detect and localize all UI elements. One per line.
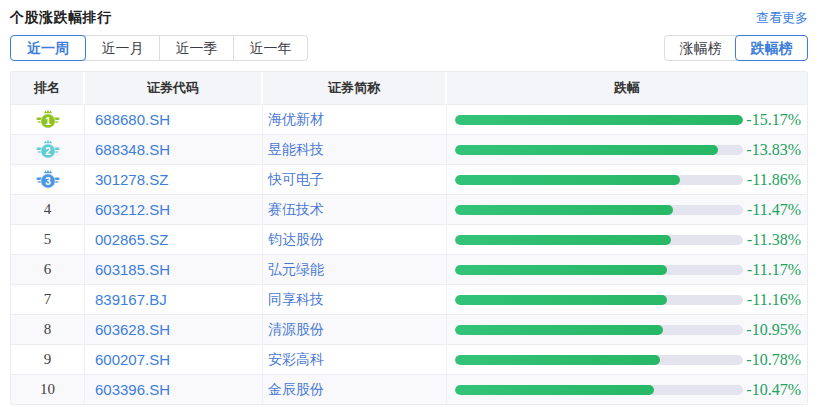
- rank-cell: 6: [11, 255, 85, 284]
- stock-code-link[interactable]: 603396.SH: [95, 381, 170, 398]
- table-row[interactable]: 7 839167.BJ 同享科技 -11.16%: [11, 284, 807, 314]
- tab-period-quarter[interactable]: 近一季: [159, 36, 233, 60]
- stock-code-link[interactable]: 688348.SH: [95, 141, 170, 158]
- table-row[interactable]: 9 600207.SH 安彩高科 -10.78%: [11, 344, 807, 374]
- tab-period-year[interactable]: 近一年: [233, 36, 307, 60]
- stock-code-link[interactable]: 688680.SH: [95, 111, 170, 128]
- rank-number: 8: [44, 321, 52, 338]
- table-row[interactable]: 6 603185.SH 弘元绿能 -11.17%: [11, 254, 807, 284]
- decline-bar-track: [455, 325, 743, 335]
- tab-period-month[interactable]: 近一月: [85, 36, 159, 60]
- name-cell: 赛伍技术: [263, 195, 447, 224]
- stock-code-link[interactable]: 603628.SH: [95, 321, 170, 338]
- ranking-table: 排名 证券代码 证券简称 跌幅 1 688680.SH 海优新材 -15.17%…: [10, 71, 808, 405]
- rank-number: 4: [44, 201, 52, 218]
- code-cell: 301278.SZ: [85, 165, 263, 194]
- tab-board-gainers[interactable]: 涨幅榜: [665, 36, 736, 60]
- decline-bar-track: [455, 175, 743, 185]
- stock-name-link[interactable]: 钧达股份: [268, 231, 324, 249]
- stock-name-link[interactable]: 金辰股份: [268, 381, 324, 399]
- table-row[interactable]: 5 002865.SZ 钧达股份 -11.38%: [11, 224, 807, 254]
- name-cell: 钧达股份: [263, 225, 447, 254]
- table-header-row: 排名 证券代码 证券简称 跌幅: [11, 72, 807, 104]
- stock-code-link[interactable]: 603212.SH: [95, 201, 170, 218]
- title-row: 个股涨跌幅排行 查看更多: [10, 8, 808, 27]
- stock-code-link[interactable]: 603185.SH: [95, 261, 170, 278]
- rank-cell: 2: [11, 135, 85, 164]
- stock-code-link[interactable]: 002865.SZ: [95, 231, 168, 248]
- stock-ranking-widget: 个股涨跌幅排行 查看更多 近一周近一月近一季近一年 涨幅榜跌幅榜 排名 证券代码…: [0, 0, 818, 405]
- table-row[interactable]: 3 301278.SZ 快可电子 -11.86%: [11, 164, 807, 194]
- change-cell: -13.83%: [447, 135, 807, 164]
- rank-number: 10: [40, 381, 55, 398]
- decline-bar-fill: [455, 145, 718, 155]
- rank-number: 6: [44, 261, 52, 278]
- tab-period-week[interactable]: 近一周: [10, 35, 86, 61]
- code-cell: 603628.SH: [85, 315, 263, 344]
- name-cell: 安彩高科: [263, 345, 447, 374]
- tab-board-losers[interactable]: 跌幅榜: [735, 35, 808, 61]
- stock-name-link[interactable]: 昱能科技: [268, 141, 324, 159]
- stock-name-link[interactable]: 海优新材: [268, 111, 324, 129]
- decline-bar-fill: [455, 265, 667, 275]
- column-header-rank: 排名: [11, 72, 85, 104]
- decline-bar-fill: [455, 205, 673, 215]
- svg-text:3: 3: [45, 176, 51, 187]
- stock-code-link[interactable]: 600207.SH: [95, 351, 170, 368]
- rank-cell: 9: [11, 345, 85, 374]
- rank-number: 7: [44, 291, 52, 308]
- table-row[interactable]: 2 688348.SH 昱能科技 -13.83%: [11, 134, 807, 164]
- change-cell: -10.47%: [447, 375, 807, 404]
- decline-bar-fill: [455, 355, 660, 365]
- table-row[interactable]: 1 688680.SH 海优新材 -15.17%: [11, 104, 807, 134]
- decline-percent: -13.83%: [743, 141, 801, 159]
- decline-percent: -11.38%: [743, 231, 801, 249]
- change-cell: -10.78%: [447, 345, 807, 374]
- column-header-name: 证券简称: [263, 72, 447, 104]
- stock-name-link[interactable]: 安彩高科: [268, 351, 324, 369]
- column-header-change: 跌幅: [447, 72, 807, 104]
- svg-text:2: 2: [45, 146, 51, 157]
- decline-percent: -11.47%: [743, 201, 801, 219]
- name-cell: 快可电子: [263, 165, 447, 194]
- decline-bar-fill: [455, 385, 654, 395]
- rank-2-medal-icon: 2: [36, 139, 60, 160]
- rank-cell: 1: [11, 105, 85, 134]
- stock-name-link[interactable]: 清源股份: [268, 321, 324, 339]
- tabs-row: 近一周近一月近一季近一年 涨幅榜跌幅榜: [10, 35, 808, 61]
- change-cell: -11.47%: [447, 195, 807, 224]
- stock-name-link[interactable]: 快可电子: [268, 171, 324, 189]
- code-cell: 839167.BJ: [85, 285, 263, 314]
- decline-percent: -10.47%: [743, 381, 801, 399]
- stock-code-link[interactable]: 301278.SZ: [95, 171, 168, 188]
- table-row[interactable]: 8 603628.SH 清源股份 -10.95%: [11, 314, 807, 344]
- stock-name-link[interactable]: 同享科技: [268, 291, 324, 309]
- code-cell: 688680.SH: [85, 105, 263, 134]
- column-header-code: 证券代码: [85, 72, 263, 104]
- change-cell: -11.17%: [447, 255, 807, 284]
- table-row[interactable]: 4 603212.SH 赛伍技术 -11.47%: [11, 194, 807, 224]
- decline-percent: -10.95%: [743, 321, 801, 339]
- decline-bar-fill: [455, 325, 663, 335]
- stock-name-link[interactable]: 弘元绿能: [268, 261, 324, 279]
- name-cell: 昱能科技: [263, 135, 447, 164]
- code-cell: 603396.SH: [85, 375, 263, 404]
- decline-bar-track: [455, 115, 743, 125]
- page-title: 个股涨跌幅排行: [10, 9, 112, 27]
- name-cell: 海优新材: [263, 105, 447, 134]
- stock-code-link[interactable]: 839167.BJ: [95, 291, 167, 308]
- code-cell: 688348.SH: [85, 135, 263, 164]
- decline-bar-track: [455, 235, 743, 245]
- view-more-link[interactable]: 查看更多: [756, 9, 808, 27]
- code-cell: 603185.SH: [85, 255, 263, 284]
- decline-bar-track: [455, 385, 743, 395]
- stock-name-link[interactable]: 赛伍技术: [268, 201, 324, 219]
- table-row[interactable]: 10 603396.SH 金辰股份 -10.47%: [11, 374, 807, 404]
- change-cell: -10.95%: [447, 315, 807, 344]
- decline-percent: -11.17%: [743, 261, 801, 279]
- name-cell: 弘元绿能: [263, 255, 447, 284]
- decline-percent: -10.78%: [743, 351, 801, 369]
- rank-number: 5: [44, 231, 52, 248]
- decline-percent: -11.16%: [743, 291, 801, 309]
- change-cell: -15.17%: [447, 105, 807, 134]
